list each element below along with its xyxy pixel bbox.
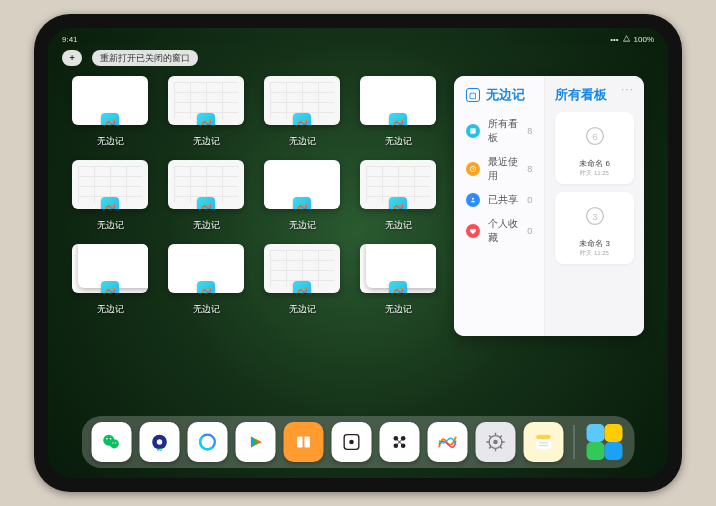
more-button[interactable]: ··· — [621, 82, 634, 96]
window-label: 无边记 — [289, 135, 316, 148]
sidebar-collapse-icon[interactable]: ▢ — [466, 88, 480, 102]
dock-iqiyi-icon[interactable]: HD — [140, 422, 180, 462]
reopen-closed-window-pill[interactable]: 重新打开已关闭的窗口 — [92, 50, 198, 66]
freeform-app-icon — [293, 113, 311, 125]
thumbnail-preview — [264, 160, 340, 209]
thumbnail-preview — [360, 160, 436, 209]
category-icon — [466, 124, 480, 138]
category-item[interactable]: 已共享 0 — [466, 188, 532, 212]
category-label: 个人收藏 — [488, 217, 527, 245]
thumbnail-preview — [72, 76, 148, 125]
dock: HD — [82, 416, 635, 468]
svg-line-35 — [500, 447, 502, 449]
svg-point-2 — [472, 198, 474, 200]
category-count: 0 — [527, 226, 532, 236]
window-thumbnail[interactable]: 无边记 — [264, 160, 340, 232]
thumbnail-preview — [360, 244, 436, 293]
dock-game-icon[interactable] — [332, 422, 372, 462]
svg-point-14 — [157, 439, 163, 445]
sidebar-title: ▢ 无边记 — [466, 86, 532, 104]
status-time: 9:41 — [62, 35, 78, 44]
dock-settings-icon[interactable] — [476, 422, 516, 462]
freeform-app-icon — [197, 197, 215, 209]
thumbnail-preview — [360, 76, 436, 125]
thumbnail-preview — [168, 160, 244, 209]
svg-text:HD: HD — [157, 448, 163, 452]
window-label: 无边记 — [385, 135, 412, 148]
svg-point-11 — [112, 442, 113, 443]
freeform-app-icon — [101, 281, 119, 293]
freeform-app-icon — [293, 197, 311, 209]
window-label: 无边记 — [193, 303, 220, 316]
category-label: 已共享 — [488, 193, 527, 207]
window-thumbnail[interactable]: 无边记 — [360, 244, 436, 316]
window-thumbnail[interactable]: 无边记 — [168, 76, 244, 148]
freeform-boards-area: ··· 所有看板 6 未命名 6 昨天 11:25 3 未命名 3 昨天 11:… — [545, 76, 644, 336]
window-label: 无边记 — [193, 219, 220, 232]
board-time: 昨天 11:25 — [580, 169, 609, 178]
thumbnail-preview — [72, 160, 148, 209]
category-label: 所有看板 — [488, 117, 527, 145]
board-card[interactable]: 6 未命名 6 昨天 11:25 — [555, 112, 634, 184]
window-thumbnail[interactable]: 无边记 — [72, 244, 148, 316]
category-item[interactable]: 个人收藏 0 — [466, 212, 532, 250]
thumbnail-preview — [168, 76, 244, 125]
window-thumbnail[interactable]: 无边记 — [360, 160, 436, 232]
dock-wechat-icon[interactable] — [92, 422, 132, 462]
ipad-device: 9:41 ••• ⧋ 100% + 重新打开已关闭的窗口 无边记 无边记 — [34, 14, 682, 492]
window-label: 无边记 — [97, 135, 124, 148]
svg-rect-19 — [304, 437, 310, 448]
category-count: 8 — [527, 164, 532, 174]
window-thumbnail[interactable]: 无边记 — [360, 76, 436, 148]
freeform-app-icon — [293, 281, 311, 293]
window-label: 无边记 — [97, 303, 124, 316]
category-item[interactable]: 所有看板 8 — [466, 112, 532, 150]
svg-point-9 — [106, 438, 108, 440]
dock-books-icon[interactable] — [284, 422, 324, 462]
window-label: 无边记 — [385, 303, 412, 316]
category-count: 8 — [527, 126, 532, 136]
category-icon — [466, 193, 480, 207]
svg-text:3: 3 — [592, 211, 598, 222]
svg-line-34 — [489, 436, 491, 438]
window-thumbnail[interactable]: 无边记 — [168, 244, 244, 316]
svg-rect-0 — [470, 128, 475, 133]
svg-line-37 — [489, 447, 491, 449]
dock-notes-icon[interactable] — [524, 422, 564, 462]
svg-line-36 — [500, 436, 502, 438]
category-item[interactable]: 最近使用 8 — [466, 150, 532, 188]
dock-tencent-video-icon[interactable] — [236, 422, 276, 462]
svg-point-12 — [115, 442, 116, 443]
window-label: 无边记 — [289, 303, 316, 316]
add-window-button[interactable]: + — [62, 50, 82, 66]
dock-qqbrowser-icon[interactable] — [188, 422, 228, 462]
svg-rect-39 — [536, 435, 551, 440]
category-label: 最近使用 — [488, 155, 527, 183]
svg-point-29 — [493, 440, 498, 445]
freeform-panel[interactable]: ▢ 无边记 所有看板 8 最近使用 8 已共享 0 个人收藏 0 ··· 所有看… — [454, 76, 644, 336]
freeform-app-icon — [101, 197, 119, 209]
svg-point-10 — [110, 438, 112, 440]
window-thumbnail[interactable]: 无边记 — [72, 76, 148, 148]
board-name: 未命名 6 — [579, 158, 610, 169]
dock-misc-icon[interactable] — [380, 422, 420, 462]
dock-separator — [574, 425, 575, 459]
window-thumbnail[interactable]: 无边记 — [264, 76, 340, 148]
window-thumbnail[interactable]: 无边记 — [72, 160, 148, 232]
window-label: 无边记 — [97, 219, 124, 232]
category-icon — [466, 224, 480, 238]
expose-area: 无边记 无边记 无边记 无边记 无边记 无边记 无边记 — [72, 76, 644, 398]
window-thumbnail[interactable]: 无边记 — [168, 160, 244, 232]
screen: 9:41 ••• ⧋ 100% + 重新打开已关闭的窗口 无边记 无边记 — [48, 28, 668, 478]
board-card[interactable]: 3 未命名 3 昨天 11:25 — [555, 192, 634, 264]
battery-indicator: 100% — [634, 35, 654, 44]
window-thumbnail[interactable]: 无边记 — [264, 244, 340, 316]
signal-icon: ••• — [610, 35, 618, 44]
thumbnail-preview — [264, 244, 340, 293]
dock-freeform-icon[interactable] — [428, 422, 468, 462]
dock-recent-apps[interactable] — [585, 422, 625, 462]
freeform-app-icon — [197, 281, 215, 293]
board-sketch: 6 — [577, 118, 613, 154]
window-label: 无边记 — [289, 219, 316, 232]
category-count: 0 — [527, 195, 532, 205]
